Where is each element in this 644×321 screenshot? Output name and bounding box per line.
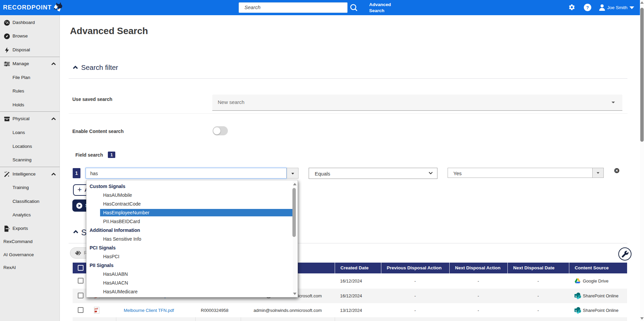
svg-text:s: s: [575, 309, 577, 312]
svg-text:s: s: [575, 295, 577, 298]
svg-text:?: ?: [586, 5, 589, 10]
svg-text:pdf: pdf: [95, 307, 98, 310]
